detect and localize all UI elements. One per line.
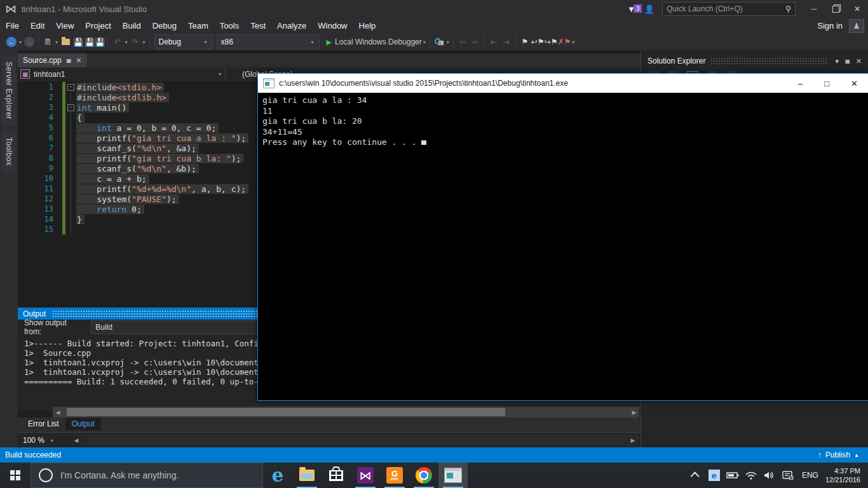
toolbar-overflow-caret[interactable]: ▾ <box>571 39 576 45</box>
pin-icon[interactable]: ◙ <box>842 57 853 65</box>
clock[interactable]: 4:37 PM 12/21/2016 <box>825 466 863 484</box>
publish-button[interactable]: ↑ Publish ▲ <box>818 451 863 459</box>
menu-view[interactable]: View <box>50 19 79 32</box>
tab-close-icon[interactable]: ✕ <box>76 57 81 65</box>
fold-collapse-marker[interactable]: - <box>65 84 76 91</box>
menu-window[interactable]: Window <box>312 19 353 32</box>
console-maximize-button[interactable]: □ <box>824 79 829 88</box>
close-icon[interactable]: ✕ <box>853 57 865 65</box>
scroll-left-icon[interactable]: ◀ <box>53 409 63 416</box>
tray-chevron-button[interactable] <box>689 472 703 478</box>
taskbar-visual-studio-button[interactable]: ⋈ <box>351 463 380 488</box>
menu-debug[interactable]: Debug <box>147 19 182 32</box>
code-text: return 0; <box>76 205 144 214</box>
console-output[interactable]: gia tri cua a la : 3411gia tri cua b la:… <box>258 93 868 151</box>
console-line: gia tri cua a la : 34 <box>262 95 864 106</box>
notifications-button[interactable]: ▼ 3 <box>627 3 635 15</box>
restore-button[interactable] <box>825 1 846 17</box>
navigate-previous-button[interactable]: ⇦ <box>456 35 469 49</box>
action-center-button[interactable] <box>781 471 795 480</box>
tab-source-cpp[interactable]: Source.cpp ◙ ✕ <box>18 53 87 67</box>
undo-button[interactable]: ↶ <box>111 35 123 49</box>
menu-tools[interactable]: Tools <box>214 19 245 32</box>
menu-help[interactable]: Help <box>353 19 382 32</box>
console-titlebar[interactable]: c:\users\win 10\documents\visual studio … <box>258 74 868 93</box>
solution-platform-select[interactable]: x86 ▾ <box>217 34 320 50</box>
editor-scroll-left-icon[interactable]: ◀ <box>71 437 81 444</box>
vs-titlebar: ⋈ tinhtoan1 - Microsoft Visual Studio ▼ … <box>0 0 868 18</box>
tab-label: Source.cpp <box>23 56 62 65</box>
taskbar-file-explorer-button[interactable] <box>292 463 322 488</box>
decrease-indent-button[interactable]: ⇤ <box>487 35 500 49</box>
navigate-next-button[interactable]: ⇨ <box>469 35 482 49</box>
menu-build[interactable]: Build <box>117 19 147 32</box>
fold-collapse-marker[interactable]: - <box>65 104 76 111</box>
battery-button[interactable] <box>726 471 740 479</box>
scroll-right-icon[interactable]: ▶ <box>629 409 639 416</box>
navigate-back-button[interactable]: ← <box>5 35 18 49</box>
redo-button[interactable]: ↷ <box>129 35 142 49</box>
start-button[interactable] <box>0 463 31 488</box>
solution-explorer-header[interactable]: Solution Explorer ▾ ◙ ✕ <box>641 55 868 67</box>
taskbar-foxit-button[interactable]: G PDF <box>380 463 409 488</box>
next-bookmark-button[interactable]: ↪⚑ <box>545 35 558 49</box>
redo-dropdown-caret[interactable]: ▾ <box>142 39 147 45</box>
line-number: 8 <box>18 154 62 163</box>
sign-in-link[interactable]: Sign in <box>817 21 843 30</box>
taskbar-console-button[interactable] <box>438 463 468 488</box>
output-horizontal-scrollbar[interactable]: ◀ ▶ <box>53 407 639 417</box>
panel-tab-output[interactable]: Output <box>65 417 101 430</box>
editor-scroll-right-icon[interactable]: ▶ <box>628 437 638 444</box>
menu-file[interactable]: File <box>0 19 25 32</box>
language-indicator[interactable]: ENG <box>799 471 821 480</box>
new-dropdown-caret[interactable]: ▾ <box>54 39 59 45</box>
panel-tab-error-list[interactable]: Error List <box>22 417 65 430</box>
menu-project[interactable]: Project <box>79 19 116 32</box>
find-overflow-caret[interactable]: ▾ <box>445 39 451 45</box>
taskbar-chrome-button[interactable] <box>409 463 438 488</box>
undo-dropdown-caret[interactable]: ▾ <box>123 39 128 45</box>
menu-analyze[interactable]: Analyze <box>271 19 312 32</box>
zoom-level-select[interactable]: 100 % ▾ <box>19 434 71 447</box>
back-dropdown-caret[interactable]: ▾ <box>18 39 23 45</box>
find-in-files-button[interactable] <box>433 35 445 49</box>
open-file-button[interactable] <box>59 35 72 49</box>
editor-horizontal-scrollbar[interactable]: ▶ <box>81 435 638 445</box>
start-debug-button[interactable]: ▶ Local Windows Debugger <box>322 35 422 49</box>
side-tab-toolbox[interactable]: Toolbox <box>2 131 16 172</box>
feedback-icon[interactable]: 👤 <box>644 4 654 14</box>
window-position-caret-icon[interactable]: ▾ <box>832 57 843 65</box>
run-dropdown-caret[interactable]: ▾ <box>422 39 427 45</box>
previous-bookmark-button[interactable]: ↩⚑ <box>531 35 545 49</box>
cortana-search-input[interactable]: I'm Cortana. Ask me anything. <box>31 463 263 488</box>
new-project-button[interactable]: 🖹︎ <box>41 35 54 49</box>
avatar-icon[interactable]: ♟ <box>849 19 864 33</box>
menu-edit[interactable]: Edit <box>25 19 50 32</box>
code-text: } <box>76 215 85 224</box>
toggle-bookmark-button[interactable]: ⚑ <box>519 35 531 49</box>
scrollbar-thumb[interactable] <box>67 408 505 416</box>
pin-icon[interactable]: ◙ <box>67 57 71 64</box>
increase-indent-button[interactable]: ⇥ <box>500 35 513 49</box>
console-close-button[interactable]: ✕ <box>851 79 858 88</box>
taskbar-store-button[interactable] <box>322 463 351 488</box>
solution-configuration-select[interactable]: Debug ▾ <box>154 34 213 50</box>
save-all-button[interactable]: 💾💾 <box>85 35 105 49</box>
navigate-forward-button[interactable]: → <box>23 35 36 49</box>
console-minimize-button[interactable]: – <box>798 79 803 88</box>
clear-bookmarks-button[interactable]: ✗⚑ <box>557 35 571 49</box>
close-button[interactable]: ✕ <box>846 1 868 17</box>
battery-icon <box>726 471 739 479</box>
save-button[interactable]: 💾 <box>72 35 85 49</box>
project-scope-select[interactable]: ▩ tinhtoan1 ▾ <box>18 68 225 80</box>
side-tab-server-explorer[interactable]: Server Explorer <box>2 55 16 126</box>
taskbar-edge-button[interactable]: e <box>263 463 292 488</box>
menu-team[interactable]: Team <box>182 19 214 32</box>
quick-launch-input[interactable]: Quick Launch (Ctrl+Q) ⚲ <box>662 2 796 16</box>
volume-button[interactable] <box>763 471 776 480</box>
minimize-button[interactable]: ─ <box>803 1 825 17</box>
wifi-button[interactable] <box>744 471 758 480</box>
menu-test[interactable]: Test <box>245 19 271 32</box>
tray-edge-button[interactable]: e <box>707 470 721 481</box>
visual-studio-logo-icon: ⋈ <box>0 2 22 16</box>
